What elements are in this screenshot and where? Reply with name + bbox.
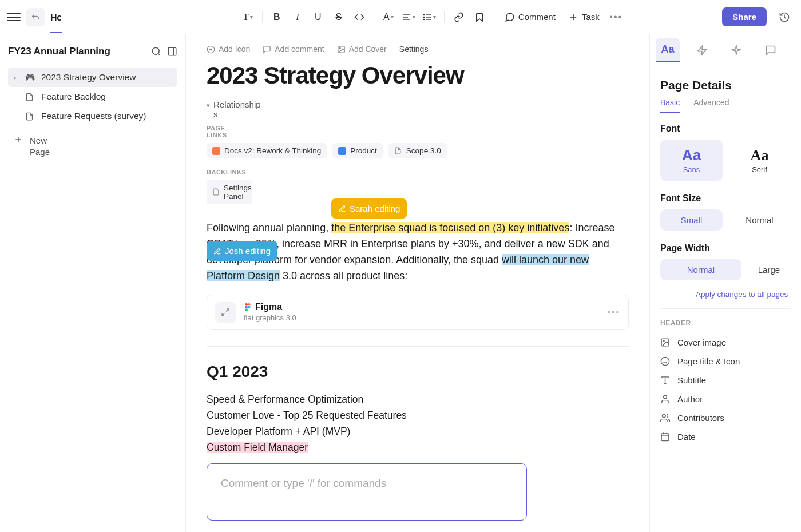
add-cover-button[interactable]: Add Cover — [337, 45, 387, 54]
comment-label: Comment — [518, 12, 556, 22]
panel-tab-ai[interactable] — [690, 38, 714, 62]
header-option-cover[interactable]: Cover image — [660, 333, 791, 352]
header-option-subtitle[interactable]: Subtitle — [660, 371, 791, 390]
doc-icon — [212, 188, 220, 196]
pagewidth-large[interactable]: Large — [747, 259, 791, 280]
panel-tab-chat[interactable] — [759, 38, 783, 62]
subtab-advanced[interactable]: Advanced — [693, 98, 722, 113]
fontsize-normal[interactable]: Normal — [728, 209, 791, 231]
settings-button[interactable]: Settings — [399, 45, 429, 54]
fontsize-small[interactable]: Small — [660, 209, 723, 231]
smile-icon — [660, 356, 671, 366]
header-option-author[interactable]: Author — [660, 390, 791, 408]
sidebar-item-label: Feature Backlog — [41, 92, 106, 102]
svg-point-25 — [248, 303, 251, 306]
figma-embed[interactable]: Figma flat graphics 3.0 ••• — [207, 295, 629, 330]
plus-icon — [14, 135, 23, 144]
strikethrough-button[interactable]: S — [329, 7, 348, 27]
divider — [660, 308, 791, 309]
subtab-basic[interactable]: Basic — [660, 98, 680, 113]
sidebar-item-requests[interactable]: Feature Requests (survey) — [8, 106, 177, 126]
font-option-serif[interactable]: AaSerif — [728, 140, 791, 181]
svg-rect-39 — [661, 434, 669, 441]
panel-title: Page Details — [660, 78, 791, 92]
add-icon-button[interactable]: Add Icon — [207, 45, 250, 54]
comment-input[interactable]: Comment or type '/' for commands — [207, 463, 527, 521]
relationships-toggle[interactable]: ▾ Relationships — [207, 100, 264, 119]
bold-button[interactable]: B — [267, 7, 287, 27]
share-button[interactable]: Share — [722, 7, 767, 26]
more-button[interactable]: ••• — [606, 7, 626, 27]
right-panel: Aa Page Details Basic Advanced Font AaSa… — [649, 34, 801, 532]
pagewidth-normal[interactable]: Normal — [660, 259, 741, 280]
svg-point-7 — [424, 17, 425, 17]
sidebar-item-label: Feature Requests (survey) — [41, 111, 146, 121]
align-dropdown[interactable]: ▾ — [399, 7, 419, 27]
new-page-button[interactable]: New Page — [8, 129, 177, 163]
bookmark-button[interactable] — [470, 7, 489, 27]
doc-color-icon — [338, 147, 346, 155]
sidebar-title: FY23 Annual Planning — [8, 46, 110, 57]
brand-logo[interactable]: Hc — [50, 13, 62, 33]
divider — [207, 346, 629, 347]
task-button[interactable]: Task — [562, 9, 605, 26]
svg-point-26 — [245, 306, 248, 309]
figma-icon — [244, 303, 252, 311]
document-main: Add Icon Add comment Add Cover Settings … — [186, 34, 649, 532]
panel-tab-sparkle[interactable] — [724, 38, 748, 62]
doc-title[interactable]: 2023 Strategy Overview — [207, 62, 629, 89]
task-label: Task — [582, 12, 600, 22]
text-style-dropdown[interactable]: T▾ — [238, 7, 257, 27]
fontsize-section-label: Font Size — [660, 193, 791, 204]
embed-subtitle: flat graphics 3.0 — [244, 313, 296, 322]
header-option-date[interactable]: Date — [660, 427, 791, 446]
hamburger-menu-icon[interactable] — [7, 10, 21, 24]
header-option-contributors[interactable]: Contributors — [660, 408, 791, 427]
sidebar-item-backlog[interactable]: Feature Backlog — [8, 87, 177, 106]
italic-button[interactable]: I — [288, 7, 307, 27]
code-button[interactable] — [350, 7, 369, 27]
text-color-dropdown[interactable]: A▾ — [379, 7, 398, 27]
list-dropdown[interactable]: ▾ — [420, 7, 439, 27]
image-icon — [660, 338, 671, 347]
svg-point-31 — [663, 340, 664, 342]
history-button[interactable] — [775, 7, 794, 27]
page-link-product[interactable]: Product — [332, 143, 383, 158]
gamepad-icon: 🎮 — [25, 73, 35, 82]
task-item: Customer Love - Top 25 Requested Feature… — [207, 407, 629, 423]
search-icon[interactable] — [151, 46, 161, 57]
sidebar-item-strategy[interactable]: ▸ 🎮 2023 Strategy Overview — [8, 68, 177, 87]
chevron-right-icon: ▸ — [14, 74, 19, 81]
link-button[interactable] — [449, 7, 469, 27]
users-icon — [660, 413, 671, 423]
q1-heading[interactable]: Q1 2023 — [207, 363, 629, 381]
panel-tab-typography[interactable]: Aa — [656, 38, 680, 62]
svg-point-8 — [424, 19, 425, 19]
panel-toggle-icon[interactable] — [167, 46, 177, 57]
header-section-label: HEADER — [660, 319, 791, 327]
svg-point-27 — [248, 306, 251, 309]
apply-all-link[interactable]: Apply changes to all pages — [696, 289, 791, 300]
body-paragraph[interactable]: Sarah editing Josh editing Following ann… — [207, 220, 629, 284]
svg-line-12 — [158, 53, 160, 55]
page-link-docs[interactable]: Docs v2: Rework & Thinking — [207, 143, 327, 158]
highlight-pink: Custom Field Manager — [207, 442, 308, 453]
svg-point-28 — [245, 308, 248, 311]
header-option-title[interactable]: Page title & Icon — [660, 352, 791, 371]
user-icon — [660, 394, 671, 404]
add-comment-button[interactable]: Add comment — [263, 45, 324, 54]
embed-more-icon[interactable]: ••• — [607, 307, 620, 317]
task-item: Speed & Performance Optimization — [207, 391, 629, 407]
sidebar: FY23 Annual Planning ▸ 🎮 2023 Strategy O… — [0, 34, 186, 532]
underline-button[interactable]: U — [308, 7, 328, 27]
undo-button[interactable] — [26, 8, 45, 26]
font-option-sans[interactable]: AaSans — [660, 140, 723, 181]
backlink-settings-panel[interactable]: Settings Panel — [207, 180, 252, 204]
doc-icon — [25, 112, 35, 121]
backlinks-label: BACKLINKS — [207, 169, 629, 176]
expand-icon[interactable] — [215, 302, 236, 323]
page-link-scope[interactable]: Scope 3.0 — [388, 143, 447, 158]
q1-task-list[interactable]: Speed & Performance Optimization Custome… — [207, 391, 629, 455]
embed-title: Figma — [244, 302, 296, 312]
comment-button[interactable]: Comment — [499, 9, 561, 26]
